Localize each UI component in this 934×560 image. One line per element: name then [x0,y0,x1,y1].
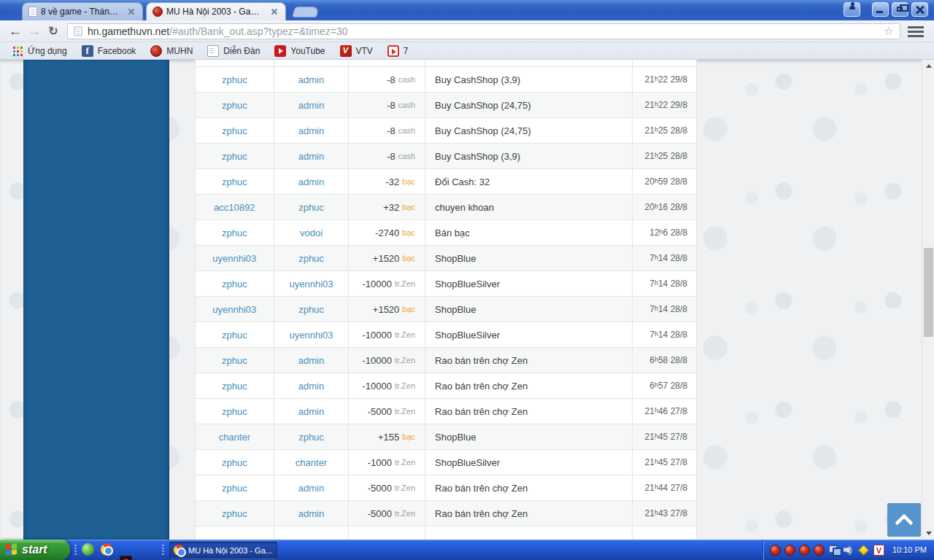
minimize-button[interactable] [872,2,889,17]
page-viewport: zphucadmin-8cashBuy CashShop (3,9)21h22 … [0,60,934,540]
description-cell: Đổi Cash: 32 [425,169,633,194]
sender-link[interactable]: zphuc [222,355,247,366]
chrome-icon[interactable] [101,543,113,556]
network-icon[interactable] [828,545,840,555]
receiver-link[interactable]: admin [298,483,324,494]
start-button[interactable]: start [0,540,70,560]
amount-unit: bạc [402,305,415,314]
sender-link[interactable]: zphuc [222,125,247,136]
bookmark-item[interactable]: Ứng dụng [6,44,73,58]
time-hour: 20 [645,202,655,212]
receiver-link[interactable]: vodoi [300,228,323,238]
scrollbar-up-icon[interactable] [922,60,934,72]
back-button[interactable]: ← [6,24,25,38]
receiver-link[interactable]: admin [298,355,324,366]
new-tab-button[interactable] [292,7,320,18]
bookmarks-bar: Ứng dụngfFacebookMUHNDiễn ĐànYouTubeVVTV… [0,42,934,60]
sender-link[interactable]: zphuc [222,228,247,238]
amount-cell: +155bạc [349,424,425,449]
sender-link[interactable]: zphuc [222,457,247,468]
youtube-icon [274,45,286,57]
bookmark-item[interactable]: Diễn Đàn [201,44,266,58]
sender-link[interactable]: zphuc [222,176,247,187]
tray-mu-icon[interactable] [799,545,810,556]
receiver-link[interactable]: admin [298,74,324,85]
receiver-link[interactable]: zphuc [298,304,324,315]
amount-cell: -5000tr.Zen [349,475,425,500]
tray-mu-icon[interactable] [784,545,795,556]
receiver-link[interactable]: zphuc [298,432,324,443]
sender-cell: uyennhi03 [196,297,274,322]
forward-button[interactable]: → [25,24,44,38]
scroll-to-top-button[interactable] [887,503,921,537]
scrollbar[interactable] [922,60,934,540]
receiver-link[interactable]: admin [298,508,324,519]
amount-unit: tr.Zen [395,407,415,416]
maximize-button[interactable] [892,2,908,17]
bookmark-star-icon[interactable]: ☆ [884,24,894,38]
sender-link[interactable]: chanter [219,432,250,443]
bookmark-item[interactable]: 7 [382,44,414,58]
sender-link[interactable]: zphuc [222,279,247,289]
person-icon [849,6,855,9]
reload-button[interactable]: ↻ [44,26,63,37]
receiver-cell: admin [274,475,350,500]
task-button-chrome[interactable]: MU Hà Nội 2003 - Ga... [169,542,277,559]
sender-link[interactable]: zphuc [222,100,247,111]
sender-link[interactable]: zphuc [222,508,247,519]
chrome-menu-icon[interactable] [908,26,924,37]
table-row: zphucadmin-32bạcĐổi Cash: 3220h59 28/8 [196,169,696,195]
vietkey-icon[interactable]: V [873,545,884,556]
hour-marker: h [660,228,663,236]
sender-link[interactable]: acc10892 [214,202,255,213]
sender-link[interactable]: zphuc [222,330,247,341]
address-bar[interactable]: hn.gamethuvn.net/#auth/Bank_out.asp?type… [67,23,900,39]
sender-link[interactable]: uyennhi03 [212,304,256,315]
bookmark-item[interactable]: MUHN [144,44,198,58]
unikey-icon[interactable] [858,544,870,556]
profile-button[interactable] [844,2,860,17]
time-hour: 20 [645,176,655,187]
amount-cell: -8cash [349,67,425,92]
sender-link[interactable]: zphuc [222,483,247,494]
windows-flag-icon [6,543,18,556]
receiver-link[interactable]: uyennhi03 [290,330,333,341]
receiver-link[interactable]: zphuc [298,202,324,213]
tab-close-icon[interactable] [126,7,136,17]
gcafe-icon[interactable] [82,543,94,556]
tab-inactive[interactable]: 8 về game - Thánh kiếm Zen [22,2,143,20]
sender-link[interactable]: uyennhi03 [212,253,256,264]
receiver-link[interactable]: admin [298,100,324,111]
scrollbar-thumb[interactable] [924,248,933,337]
sender-link[interactable]: zphuc [222,151,247,162]
time-minute: 45 [658,432,668,442]
volume-icon[interactable] [844,545,854,555]
bookmark-item[interactable]: fFacebook [76,44,142,58]
table-row: chanterzphuc+155bạcShopBlue21h45 27/8 [196,424,696,450]
table-row: zphucadmin-8cashBuy CashShop (3,9)21h22 … [196,67,696,93]
mu-game-icon[interactable] [120,556,132,560]
tab-close-icon[interactable] [269,7,279,17]
receiver-link[interactable]: admin [298,381,324,392]
receiver-link[interactable]: admin [298,406,324,417]
scrollbar-down-icon[interactable] [922,527,934,540]
receiver-link[interactable]: zphuc [298,253,324,264]
receiver-link[interactable]: admin [298,176,324,187]
taskband-separator [162,544,164,556]
sender-link[interactable]: zphuc [222,381,247,392]
table-row: zphucadmin-10000tr.ZenRao bán trên chợ Z… [196,348,696,373]
table-row-partial [196,60,696,67]
tab-active[interactable]: MU Hà Nội 2003 - GamethuVN [146,2,286,20]
sender-link[interactable]: zphuc [222,74,247,85]
bookmark-item[interactable]: VVTV [334,44,379,58]
receiver-link[interactable]: uyennhi03 [290,279,333,289]
close-button[interactable] [911,2,928,17]
bookmark-item[interactable]: YouTube [269,44,331,58]
amount-value: -10000 [362,330,391,341]
tray-mu-icon[interactable] [770,545,781,556]
receiver-link[interactable]: admin [298,125,324,136]
receiver-link[interactable]: admin [298,151,324,162]
receiver-link[interactable]: chanter [296,457,327,468]
sender-link[interactable]: zphuc [222,406,247,417]
tray-mu-icon[interactable] [814,545,825,556]
